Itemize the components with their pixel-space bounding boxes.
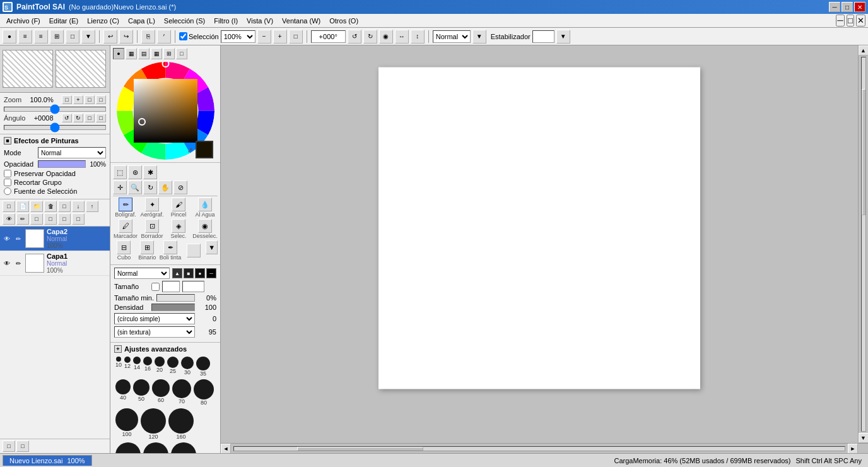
brush-blend-select[interactable]: Normal — [114, 268, 170, 279]
zoom-btn3[interactable]: □ — [85, 95, 95, 104]
selection-lasso-tool[interactable]: ⊛ — [128, 165, 142, 179]
hand-tool[interactable]: ✋ — [158, 180, 172, 194]
aerografo-btn[interactable]: ✦ Aerógraf. — [139, 198, 165, 218]
flip-h-btn[interactable]: ↔ — [395, 30, 409, 44]
angle-btn1[interactable]: ↺ — [62, 114, 72, 122]
angle-btn2[interactable]: ↻ — [73, 114, 83, 122]
brush-preset-80[interactable]: 80 — [194, 379, 214, 406]
lt-btn11[interactable]: □ — [44, 213, 57, 225]
lt2-btn1[interactable]: □ — [3, 440, 15, 452]
zoom-tool[interactable]: 🔍 — [128, 180, 142, 194]
size-value[interactable]: 10.0 — [182, 281, 204, 292]
rot-cw-btn[interactable]: ↻ — [363, 30, 377, 44]
folder-btn[interactable]: 📁 — [30, 201, 43, 212]
rot-reset-btn[interactable]: ◉ — [379, 30, 393, 44]
zoom-in-btn[interactable]: + — [273, 30, 287, 44]
minimize-button[interactable]: ─ — [829, 2, 840, 12]
brush-preset-12[interactable]: 12 — [124, 357, 131, 377]
source-selection-radio[interactable] — [4, 187, 11, 195]
brush-shape-dash[interactable]: ─ — [206, 268, 216, 278]
layer-pencil-capa1[interactable]: ✏ — [14, 259, 23, 268]
zoom-slider[interactable] — [4, 107, 106, 112]
color-swatch[interactable] — [196, 141, 213, 158]
toolbar-list-btn[interactable]: ≡ — [18, 30, 32, 44]
blend-dropdown-btn[interactable]: ▼ — [472, 30, 486, 44]
desselec-btn[interactable]: ◉ Desselec. — [192, 219, 218, 239]
brush-preset-300[interactable]: 300 — [171, 442, 196, 453]
doc-close-button[interactable]: ✕ — [856, 15, 865, 27]
toolbar-circle-btn[interactable]: ● — [3, 30, 16, 44]
layer-eye-capa2[interactable]: 👁 — [3, 234, 11, 243]
menu-vista[interactable]: Vista (V) — [243, 16, 277, 26]
layer-thumb-1[interactable] — [3, 50, 53, 88]
lt-btn13[interactable]: □ — [72, 213, 85, 225]
zoom-select[interactable]: 100% — [221, 30, 255, 43]
rotation-input[interactable] — [311, 30, 346, 43]
brush-preset-16[interactable]: 16 — [143, 357, 152, 377]
rot-ccw-btn[interactable]: ↺ — [348, 30, 361, 44]
blend-mode-select[interactable]: Normal — [433, 30, 471, 43]
new-file-btn[interactable]: 📄 — [16, 201, 29, 212]
move-tool[interactable]: ✛ — [113, 180, 127, 194]
color-mode-rgb[interactable]: ▦ — [151, 48, 162, 59]
binario-btn[interactable]: ⊞ Binario — [136, 240, 158, 261]
brush-shape-select[interactable]: (círculo simple) — [114, 313, 195, 324]
canvas-viewport[interactable] — [221, 45, 858, 443]
lt-btn12[interactable]: □ — [58, 213, 71, 225]
delete-layer-btn[interactable]: 🗑 — [44, 201, 57, 212]
scroll-left-btn[interactable]: ◄ — [221, 444, 231, 454]
brush-preset-14[interactable]: 14 — [133, 357, 141, 377]
pincel-btn[interactable]: 🖌 Pincel — [166, 198, 191, 218]
angle-btn4[interactable]: □ — [96, 114, 106, 122]
color-mode-grid[interactable]: ⊞ — [163, 48, 175, 59]
brush-preset-120[interactable]: 120 — [141, 408, 166, 440]
paint-effects-toggle[interactable]: ■ — [4, 137, 11, 145]
flip-v-btn[interactable]: ↕ — [411, 30, 425, 44]
lt-btn9[interactable]: ✏ — [16, 213, 29, 225]
toolbar-redo-btn[interactable]: ↪ — [119, 30, 133, 44]
color-mode-hsv[interactable]: ▤ — [138, 48, 150, 59]
brush-preset-160[interactable]: 160 — [168, 408, 194, 440]
color-mode-palette[interactable]: □ — [176, 48, 187, 59]
toolbar-copy-btn[interactable]: ⎘ — [141, 30, 155, 44]
stabilizer-input[interactable]: 0 — [532, 30, 554, 43]
lt-btn8[interactable]: 👁 — [3, 213, 15, 225]
density-bar[interactable] — [151, 304, 195, 311]
opacity-bar[interactable] — [38, 160, 86, 168]
merge-btn[interactable]: □ — [58, 201, 71, 212]
angle-slider[interactable] — [4, 125, 106, 130]
clip-group-checkbox[interactable] — [4, 179, 11, 186]
toolbar-list2-btn[interactable]: ≡ — [34, 30, 48, 44]
layer-item-capa1[interactable]: 👁 ✏ Capa1 Normal 100% — [0, 251, 110, 276]
preserve-opacity-checkbox[interactable] — [4, 170, 11, 177]
size-pressure-cb[interactable] — [151, 283, 160, 291]
canvas-tab[interactable]: Nuevo Lienzo.sai 100% — [3, 455, 92, 466]
layer-thumb-2[interactable] — [56, 50, 106, 88]
brush-preset-100[interactable]: 100 — [115, 408, 138, 440]
color-wheel-container[interactable]: ↗ — [117, 62, 214, 160]
menu-capa[interactable]: Capa (L) — [124, 16, 159, 26]
toolbar-extra-btn[interactable]: □ — [66, 30, 79, 44]
cubo-btn[interactable]: ⊟ Cubo — [113, 240, 135, 261]
h-scroll-track[interactable] — [233, 446, 845, 451]
new-layer-btn[interactable]: □ — [3, 201, 15, 212]
h-scroll-thumb[interactable] — [297, 447, 423, 451]
layer-pencil-capa2[interactable]: ✏ — [14, 234, 23, 243]
alagua-btn[interactable]: 💧 Al Agua — [192, 198, 218, 218]
brush-preset-60[interactable]: 60 — [152, 379, 170, 406]
brush-texture-select[interactable]: (sin textura) — [114, 326, 195, 338]
eyedropper-tool[interactable]: ✱ — [143, 165, 157, 179]
menu-filtro[interactable]: Filtro (I) — [210, 16, 242, 26]
v-scroll-track[interactable] — [861, 57, 866, 432]
selection-checkbox[interactable] — [179, 32, 187, 40]
extra-brush-btn[interactable] — [183, 244, 205, 257]
zoom-out-btn[interactable]: − — [257, 30, 271, 44]
brush-shape-circ[interactable]: ● — [195, 268, 205, 278]
brush-preset-35[interactable]: 35 — [196, 357, 210, 377]
doc-maximize-button[interactable]: □ — [847, 15, 854, 27]
brush-preset-25[interactable]: 25 — [167, 357, 179, 377]
stab-dropdown-btn[interactable]: ▼ — [556, 30, 570, 44]
brush-preset-40[interactable]: 40 — [115, 379, 131, 406]
brush-preset-10[interactable]: 10 — [115, 357, 122, 377]
white-canvas[interactable] — [378, 68, 700, 389]
